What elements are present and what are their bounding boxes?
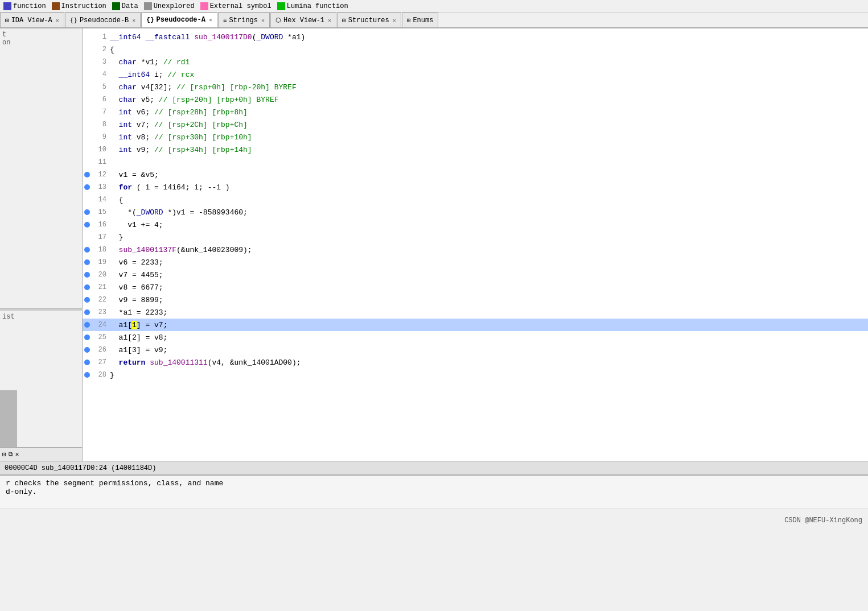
sidebar-bottom-section: ist — [0, 311, 82, 447]
tab-structures-close[interactable]: ✕ — [393, 17, 396, 24]
linecode-21: v8 = 6677; — [110, 283, 863, 292]
code-panel[interactable]: 1 __int64 __fastcall sub_1400117D0(_DWOR… — [83, 28, 868, 461]
code-line-15[interactable]: 15 *(_DWORD *)v1 = -858993460; — [83, 206, 868, 218]
bp-dot-27 — [84, 360, 90, 365]
linenum-13: 13 — [92, 183, 110, 191]
linecode-26: a1[3] = v9; — [110, 346, 863, 354]
code-line-21[interactable]: 21 v8 = 6677; — [83, 281, 868, 294]
linenum-10: 10 — [92, 146, 110, 154]
tab-hex-view-1[interactable]: ⬡ Hex View-1 ✕ — [270, 13, 336, 27]
tab-hex-view-1-label: Hex View-1 — [283, 16, 324, 24]
code-line-25[interactable]: 25 a1[2] = v8; — [83, 331, 868, 344]
hex-view-icon: ⬡ — [275, 16, 281, 24]
code-line-9[interactable]: 9 int v8; // [rsp+30h] [rbp+10h] — [83, 131, 868, 143]
linecode-8: int v7; // [rsp+2Ch] [rbp+Ch] — [110, 121, 863, 129]
tab-pseudocode-a-close[interactable]: ✕ — [209, 16, 212, 23]
tab-pseudocode-b[interactable]: {} Pseudocode-B ✕ — [65, 13, 141, 27]
code-line-19[interactable]: 19 v6 = 2233; — [83, 256, 868, 269]
tab-structures[interactable]: ⊞ Structures ✕ — [337, 13, 401, 27]
bp-dot-21 — [84, 284, 90, 290]
linecode-24: a1[1] = v7; — [110, 321, 863, 329]
sidebar-float-btn[interactable]: ⧉ — [9, 451, 13, 458]
linecode-12: v1 = &v5; — [110, 171, 863, 179]
linecode-10: int v9; // [rsp+34h] [rbp+14h] — [110, 146, 863, 154]
bp-dot-24 — [84, 322, 90, 328]
bp-23 — [83, 309, 92, 315]
tab-hex-view-1-close[interactable]: ✕ — [328, 17, 331, 24]
linecode-18: sub_14001137F(&unk_140023009); — [110, 246, 863, 254]
bp-21 — [83, 284, 92, 290]
linenum-17: 17 — [92, 233, 110, 241]
code-line-14[interactable]: 14 { — [83, 193, 868, 206]
linecode-3: char *v1; // rdi — [110, 58, 863, 67]
tab-enums[interactable]: ⊞ Enums — [402, 13, 439, 27]
linenum-22: 22 — [92, 296, 110, 304]
instruction-color — [52, 2, 60, 10]
code-line-12[interactable]: 12 v1 = &v5; — [83, 168, 868, 181]
linenum-28: 28 — [92, 371, 110, 379]
left-sidebar: t on ist ⊡ ⧉ ✕ — [0, 28, 83, 461]
code-line-24[interactable]: 24 a1[1] = v7; — [83, 319, 868, 331]
enums-icon: ⊞ — [407, 16, 411, 24]
code-line-2[interactable]: 2 { — [83, 43, 868, 56]
linecode-6: char v5; // [rsp+20h] [rbp+0h] BYREF — [110, 96, 863, 104]
code-line-16[interactable]: 16 v1 += 4; — [83, 218, 868, 231]
linenum-8: 8 — [92, 121, 110, 129]
tab-strings[interactable]: ≡ Strings ✕ — [218, 13, 270, 27]
bp-25 — [83, 335, 92, 340]
bp-dot-23 — [84, 309, 90, 315]
code-line-3[interactable]: 3 char *v1; // rdi — [83, 56, 868, 68]
tab-ida-view-a[interactable]: ⊞ IDA View-A ✕ — [0, 13, 64, 27]
code-line-23[interactable]: 23 *a1 = 2233; — [83, 306, 868, 319]
tab-pseudocode-a[interactable]: {} Pseudocode-A ✕ — [141, 13, 217, 27]
linecode-23: *a1 = 2233; — [110, 308, 863, 317]
sidebar-bottom-text: ist — [2, 313, 80, 321]
code-line-20[interactable]: 20 v7 = 4455; — [83, 269, 868, 281]
code-line-18[interactable]: 18 sub_14001137F(&unk_140023009); — [83, 243, 868, 256]
tab-pseudocode-b-close[interactable]: ✕ — [132, 17, 135, 24]
bp-dot-13 — [84, 184, 90, 190]
bottom-footer: CSDN @NEFU-XingKong — [0, 509, 868, 531]
linenum-1: 1 — [92, 33, 110, 41]
sidebar-close-btn[interactable]: ✕ — [15, 451, 19, 458]
code-line-17[interactable]: 17 } — [83, 231, 868, 243]
code-line-13[interactable]: 13 for ( i = 14i64; i; --i ) — [83, 181, 868, 193]
legend-instruction-label: Instruction — [61, 2, 106, 10]
code-line-8[interactable]: 8 int v7; // [rsp+2Ch] [rbp+Ch] — [83, 118, 868, 131]
linenum-25: 25 — [92, 333, 110, 341]
tab-structures-label: Structures — [348, 16, 389, 24]
ida-view-icon: ⊞ — [5, 16, 9, 24]
bottom-line-2: d-only. — [6, 488, 862, 496]
legend-data: Data — [112, 2, 138, 10]
sidebar-restore-btn[interactable]: ⊡ — [2, 451, 6, 458]
bottom-line-1: r checks the segment permissions, class,… — [6, 479, 862, 488]
tab-pseudocode-b-label: Pseudocode-B — [80, 16, 129, 24]
code-line-10[interactable]: 10 int v9; // [rsp+34h] [rbp+14h] — [83, 143, 868, 156]
legend-bar: function Instruction Data Unexplored Ext… — [0, 0, 868, 13]
linecode-22: v9 = 8899; — [110, 296, 863, 304]
data-color — [112, 2, 120, 10]
lumina-color — [277, 2, 285, 10]
linenum-26: 26 — [92, 346, 110, 354]
function-color — [3, 2, 11, 10]
code-line-28[interactable]: 28 } — [83, 369, 868, 381]
code-content: 1 __int64 __fastcall sub_1400117D0(_DWOR… — [83, 28, 868, 383]
code-line-22[interactable]: 22 v9 = 8899; — [83, 294, 868, 306]
code-line-27[interactable]: 27 return sub_140011311(v4, &unk_14001AD… — [83, 356, 868, 369]
linenum-19: 19 — [92, 258, 110, 266]
tab-ida-view-a-close[interactable]: ✕ — [56, 17, 59, 24]
code-line-4[interactable]: 4 __int64 i; // rcx — [83, 68, 868, 81]
code-line-26[interactable]: 26 a1[3] = v9; — [83, 344, 868, 356]
code-line-11[interactable]: 11 — [83, 156, 868, 168]
bp-12 — [83, 172, 92, 177]
pseudocode-b-icon: {} — [70, 17, 77, 24]
code-line-6[interactable]: 6 char v5; // [rsp+20h] [rbp+0h] BYREF — [83, 93, 868, 106]
linecode-25: a1[2] = v8; — [110, 333, 863, 342]
code-line-1[interactable]: 1 __int64 __fastcall sub_1400117D0(_DWOR… — [83, 31, 868, 43]
tab-strings-close[interactable]: ✕ — [261, 17, 265, 24]
legend-data-label: Data — [122, 2, 138, 10]
linecode-27: return sub_140011311(v4, &unk_14001AD00)… — [110, 358, 863, 367]
code-line-7[interactable]: 7 int v6; // [rsp+28h] [rbp+8h] — [83, 106, 868, 118]
code-line-5[interactable]: 5 char v4[32]; // [rsp+0h] [rbp-20h] BYR… — [83, 81, 868, 93]
bp-20 — [83, 272, 92, 278]
